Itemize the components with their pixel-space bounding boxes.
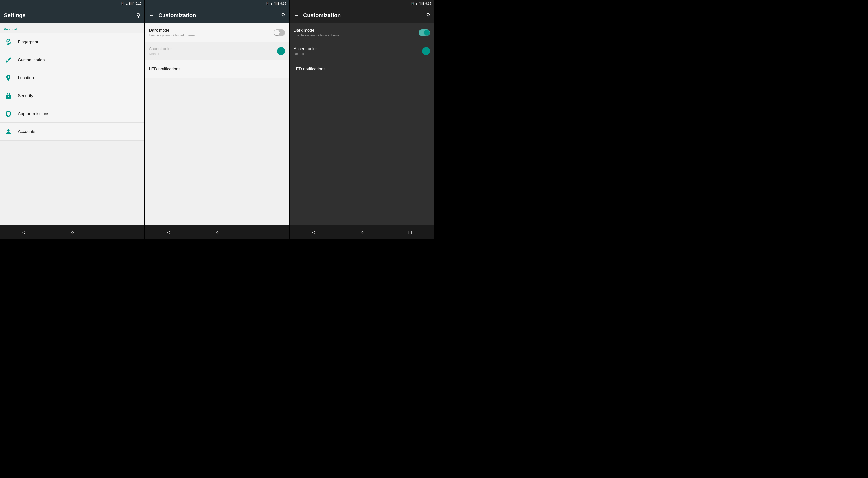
dark-mode-row-dark[interactable]: Dark mode Enable system wide dark theme	[290, 23, 434, 42]
dark-mode-toggle-light[interactable]	[274, 29, 285, 36]
list-text-location: Location	[18, 76, 141, 81]
customization-light-content: Dark mode Enable system wide dark theme …	[145, 23, 289, 225]
list-text-accounts: Accounts	[18, 129, 141, 134]
fingerprint-icon	[4, 38, 13, 47]
dark-mode-subtitle-dark: Enable system wide dark theme	[293, 33, 418, 37]
toggle-knob-dark-mode-dark	[424, 30, 430, 35]
list-text-customization: Customization	[18, 58, 141, 62]
home-button-3[interactable]: ○	[361, 229, 364, 235]
signal-icon-3: ▲	[415, 2, 418, 5]
security-icon	[4, 91, 13, 100]
dark-mode-toggle-dark[interactable]	[418, 29, 430, 36]
accent-color-row-light[interactable]: Accent color Default	[145, 42, 289, 60]
led-notifications-row-dark[interactable]: LED notifications	[290, 60, 434, 78]
customization-dark-content: Dark mode Enable system wide dark theme …	[290, 23, 434, 225]
dark-mode-title-light: Dark mode	[149, 28, 274, 33]
toolbar-2: ← Customization ⚲	[145, 7, 289, 23]
accent-color-dot-light[interactable]	[277, 47, 285, 55]
accounts-label: Accounts	[18, 129, 141, 134]
signal-icon: ▲	[126, 2, 128, 5]
battery-icon-3: ⬛	[419, 2, 424, 5]
accent-color-subtitle-light: Default	[149, 52, 277, 56]
list-text-app-permissions: App permissions	[18, 111, 141, 116]
location-icon	[4, 73, 13, 82]
toolbar-3: ← Customization ⚲	[290, 7, 434, 23]
security-label: Security	[18, 93, 141, 98]
list-item-security[interactable]: Security	[0, 87, 144, 105]
accent-color-subtitle-dark: Default	[293, 52, 422, 56]
battery-icon-2: ⬛	[274, 2, 279, 5]
vibrate-icon-3: 📳	[411, 2, 414, 5]
time-display-2: 9:15	[280, 2, 286, 5]
app-permissions-icon	[4, 109, 13, 118]
toolbar-1: Settings ⚲	[0, 7, 144, 23]
settings-panel: 📳 ▲ ⬛ 9:15 Settings ⚲ Personal Fingerpri…	[0, 0, 144, 239]
nav-bar-2: ◁ ○ □	[145, 225, 289, 239]
location-label: Location	[18, 76, 141, 81]
toggle-knob-dark-mode-light	[274, 30, 280, 35]
dark-mode-title-dark: Dark mode	[293, 28, 418, 33]
accent-color-row-dark[interactable]: Accent color Default	[290, 42, 434, 60]
accent-color-title-light: Accent color	[149, 46, 277, 51]
home-button-1[interactable]: ○	[71, 229, 74, 235]
accent-color-text-light: Accent color Default	[149, 46, 277, 56]
status-bar-right-3: 📳 ▲ ⬛ 9:15	[411, 2, 431, 5]
dark-mode-text-dark: Dark mode Enable system wide dark theme	[293, 28, 418, 37]
page-title-2: Customization	[158, 12, 279, 19]
app-permissions-label: App permissions	[18, 111, 141, 116]
customization-icon	[4, 56, 13, 64]
time-display-1: 9:15	[135, 2, 141, 5]
settings-content: Personal Fingerprint Customization	[0, 23, 144, 225]
led-notifications-row-light[interactable]: LED notifications	[145, 60, 289, 78]
dark-mode-row-light[interactable]: Dark mode Enable system wide dark theme	[145, 23, 289, 42]
list-item-location[interactable]: Location	[0, 69, 144, 87]
search-icon-2[interactable]: ⚲	[281, 12, 285, 19]
search-icon-3[interactable]: ⚲	[426, 12, 430, 19]
status-bar-3: 📳 ▲ ⬛ 9:15	[290, 0, 434, 7]
list-item-accounts[interactable]: Accounts	[0, 123, 144, 141]
fingerprint-label: Fingerprint	[18, 39, 141, 44]
status-bar-right-1: 📳 ▲ ⬛ 9:15	[121, 2, 141, 5]
back-arrow-3[interactable]: ←	[293, 12, 299, 19]
back-button-3[interactable]: ◁	[312, 229, 316, 235]
customization-label: Customization	[18, 58, 141, 62]
customization-dark-panel: 📳 ▲ ⬛ 9:15 ← Customization ⚲ Dark mode E…	[290, 0, 434, 239]
led-notifications-text-light: LED notifications	[149, 67, 285, 72]
home-button-2[interactable]: ○	[216, 229, 219, 235]
list-item-customization[interactable]: Customization	[0, 51, 144, 69]
dark-mode-subtitle-light: Enable system wide dark theme	[149, 33, 274, 37]
recents-button-2[interactable]: □	[264, 229, 267, 235]
nav-bar-3: ◁ ○ □	[290, 225, 434, 239]
recents-button-3[interactable]: □	[409, 229, 412, 235]
led-notifications-title-dark: LED notifications	[293, 67, 430, 72]
list-text-security: Security	[18, 93, 141, 98]
accent-color-text-dark: Accent color Default	[293, 46, 422, 56]
time-display-3: 9:15	[425, 2, 431, 5]
list-item-fingerprint[interactable]: Fingerprint	[0, 33, 144, 51]
back-button-1[interactable]: ◁	[22, 229, 26, 235]
section-header-personal: Personal	[0, 23, 144, 33]
nav-bar-1: ◁ ○ □	[0, 225, 144, 239]
accounts-icon	[4, 127, 13, 136]
led-notifications-title-light: LED notifications	[149, 67, 285, 72]
status-bar-2: 📳 ▲ ⬛ 9:15	[145, 0, 289, 7]
signal-icon-2: ▲	[271, 2, 273, 5]
vibrate-icon: 📳	[121, 2, 124, 5]
battery-icon: ⬛	[129, 2, 134, 5]
dark-mode-text-light: Dark mode Enable system wide dark theme	[149, 28, 274, 37]
back-arrow-2[interactable]: ←	[149, 12, 154, 19]
accent-color-dot-dark[interactable]	[422, 47, 430, 55]
status-bar-right-2: 📳 ▲ ⬛ 9:15	[266, 2, 286, 5]
customization-light-panel: 📳 ▲ ⬛ 9:15 ← Customization ⚲ Dark mode E…	[145, 0, 289, 239]
list-item-app-permissions[interactable]: App permissions	[0, 105, 144, 123]
vibrate-icon-2: 📳	[266, 2, 269, 5]
search-icon-1[interactable]: ⚲	[136, 12, 141, 19]
recents-button-1[interactable]: □	[119, 229, 122, 235]
list-text-fingerprint: Fingerprint	[18, 39, 141, 44]
page-title-3: Customization	[303, 12, 424, 19]
accent-color-title-dark: Accent color	[293, 46, 422, 51]
back-button-2[interactable]: ◁	[167, 229, 171, 235]
led-notifications-text-dark: LED notifications	[293, 67, 430, 72]
status-bar-1: 📳 ▲ ⬛ 9:15	[0, 0, 144, 7]
page-title-1: Settings	[4, 12, 134, 19]
